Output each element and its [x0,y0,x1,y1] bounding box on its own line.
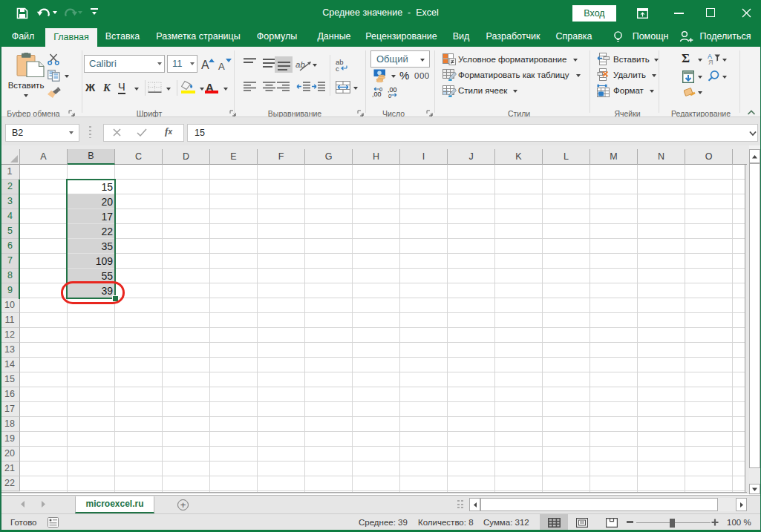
svg-text:0: 0 [379,86,382,93]
svg-text:Я: Я [708,59,713,65]
svg-text:0: 0 [388,93,391,99]
svg-text:c: c [336,65,339,71]
